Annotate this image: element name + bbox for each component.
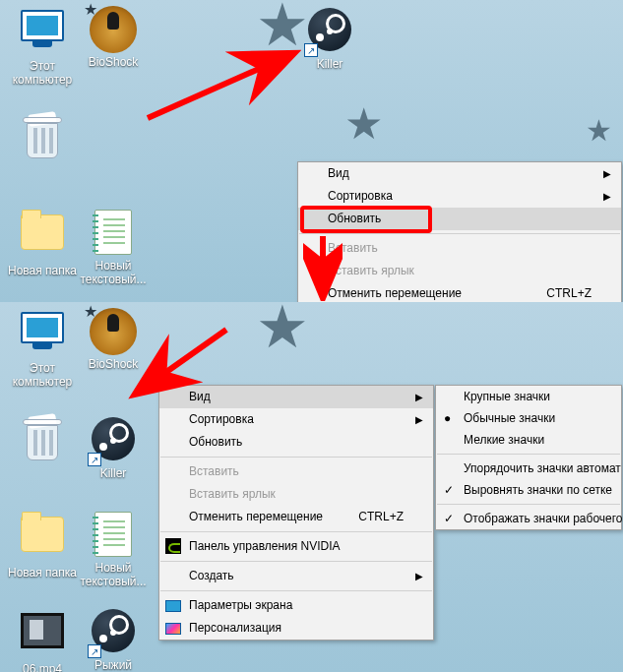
menu-item-paste-shortcut: Вставить ярлык	[298, 260, 621, 282]
menu-item-view[interactable]: Вид▶	[298, 162, 621, 185]
menu-item-new[interactable]: Создать▶	[159, 565, 433, 587]
desktop-icon-bioshock[interactable]: ★ BioShock	[77, 308, 150, 371]
submenu-label: Мелкие значки	[464, 433, 544, 447]
icon-label: Killer	[77, 466, 150, 480]
chevron-right-icon: ▶	[415, 386, 423, 408]
menu-label: Вставить ярлык	[189, 487, 276, 501]
video-file-icon	[19, 613, 66, 660]
desktop-top[interactable]: ★ ★ ★ Этот компьютер ★ BioShock ↗ Killer…	[0, 0, 623, 302]
chevron-right-icon: ▶	[603, 185, 611, 208]
desktop-icon-bioshock[interactable]: ★ BioShock	[77, 6, 150, 69]
submenu-item-small-icons[interactable]: Мелкие значки	[436, 429, 621, 451]
desktop-icon-recycle-bin[interactable]	[6, 113, 79, 164]
menu-separator	[299, 233, 620, 234]
desktop-icon-this-pc[interactable]: Этот компьютер	[6, 308, 79, 389]
menu-shortcut: CTRL+Z	[358, 506, 404, 528]
submenu-view[interactable]: Крупные значки ●Обычные значки Мелкие зн…	[435, 385, 622, 530]
icon-label: Новая папка	[6, 566, 79, 580]
menu-item-nvidia[interactable]: Панель управления NVIDIA	[159, 535, 433, 558]
steam-icon: ↗	[90, 417, 137, 464]
menu-item-sort[interactable]: Сортировка▶	[159, 408, 433, 431]
menu-label: Вставить	[189, 464, 239, 478]
menu-item-paste: Вставить	[298, 237, 621, 260]
menu-item-personalize[interactable]: Персонализация	[159, 617, 433, 640]
personalize-icon	[165, 620, 181, 636]
bioshock-icon: ★	[90, 6, 137, 53]
pc-icon	[19, 10, 66, 57]
chevron-right-icon: ▶	[415, 408, 423, 431]
menu-separator	[437, 504, 620, 505]
icon-label: Этот компьютер	[6, 59, 79, 87]
steam-icon: ↗	[306, 8, 353, 55]
menu-item-refresh[interactable]: Обновить	[159, 431, 433, 454]
menu-separator	[160, 561, 432, 562]
desktop-icon-recycle-bin[interactable]	[6, 415, 79, 466]
menu-item-view[interactable]: Вид▶	[159, 386, 433, 408]
folder-icon	[19, 214, 66, 262]
desktop-icon-video[interactable]: 06.mp4	[6, 607, 79, 672]
pc-icon	[19, 312, 66, 359]
submenu-label: Обычные значки	[464, 411, 555, 425]
menu-item-refresh[interactable]: Обновить	[298, 208, 621, 230]
context-menu[interactable]: Вид▶ Сортировка▶ Обновить Вставить Встав…	[158, 385, 434, 641]
wallpaper-star: ★	[344, 98, 383, 149]
chevron-right-icon: ▶	[415, 565, 423, 587]
icon-label: Рыжий	[77, 658, 150, 672]
svg-line-2	[143, 330, 226, 389]
chevron-right-icon: ▶	[603, 162, 611, 185]
menu-separator	[160, 590, 432, 591]
submenu-item-medium-icons[interactable]: ●Обычные значки	[436, 407, 621, 429]
display-icon	[165, 597, 181, 613]
text-file-icon	[90, 512, 137, 559]
submenu-item-large-icons[interactable]: Крупные значки	[436, 386, 621, 407]
recycle-bin-icon	[19, 115, 66, 162]
check-icon: ✓	[444, 508, 454, 529]
menu-label: Персонализация	[189, 621, 281, 635]
svg-line-0	[148, 57, 285, 118]
desktop-icon-new-folder[interactable]: Новая папка	[6, 511, 79, 580]
icon-label: BioShock	[77, 55, 150, 69]
icon-label: Новый текстовый...	[77, 561, 150, 588]
context-menu[interactable]: Вид▶ Сортировка▶ Обновить Вставить Встав…	[297, 161, 622, 306]
steam-icon: ↗	[90, 609, 137, 656]
submenu-item-show-icons[interactable]: ✓Отображать значки рабочего	[436, 508, 621, 529]
bullet-icon: ●	[444, 407, 451, 429]
desktop-icon-new-folder[interactable]: Новая папка	[6, 209, 79, 277]
recycle-bin-icon	[19, 417, 66, 464]
icon-label: BioShock	[77, 357, 150, 371]
icon-label: Killer	[293, 57, 366, 71]
text-file-icon	[90, 210, 137, 257]
menu-label: Вид	[189, 390, 211, 403]
submenu-label: Выровнять значки по сетке	[464, 483, 612, 497]
submenu-label: Упорядочить значки автомат	[464, 461, 621, 475]
desktop-icon-new-text[interactable]: Новый текстовый...	[77, 511, 150, 588]
wallpaper-star: ★	[586, 113, 612, 148]
submenu-item-auto-arrange[interactable]: Упорядочить значки автомат	[436, 458, 621, 479]
menu-separator	[437, 454, 620, 455]
desktop-icon-killer[interactable]: ↗ Killer	[293, 6, 366, 71]
check-icon: ✓	[444, 479, 454, 501]
menu-item-undo-move[interactable]: Отменить перемещениеCTRL+Z	[159, 506, 433, 528]
desktop-icon-new-text[interactable]: Новый текстовый...	[77, 209, 150, 286]
menu-item-display-settings[interactable]: Параметры экрана	[159, 594, 433, 617]
submenu-item-align-grid[interactable]: ✓Выровнять значки по сетке	[436, 479, 621, 501]
icon-label: Новая папка	[6, 264, 79, 277]
folder-icon	[19, 517, 66, 564]
desktop-icon-killer[interactable]: ↗ Killer	[77, 415, 150, 480]
menu-item-paste: Вставить	[159, 460, 433, 483]
desktop-icon-this-pc[interactable]: Этот компьютер	[6, 6, 79, 87]
menu-label: Вставить	[328, 241, 378, 255]
icon-label: Этот компьютер	[6, 361, 79, 389]
menu-label: Обновить	[189, 435, 242, 449]
desktop-icon-ryzhiy[interactable]: ↗ Рыжий	[77, 607, 150, 672]
menu-separator	[160, 531, 432, 532]
wallpaper-star: ★	[256, 292, 309, 361]
menu-item-sort[interactable]: Сортировка▶	[298, 185, 621, 208]
icon-label: 06.mp4	[6, 662, 79, 672]
submenu-label: Отображать значки рабочего	[464, 512, 623, 525]
menu-label: Панель управления NVIDIA	[189, 539, 341, 553]
menu-separator	[160, 457, 432, 458]
menu-label: Создать	[189, 569, 234, 582]
desktop-bottom[interactable]: ★ ★ Этот компьютер ★ BioShock ↗ Killer Н…	[0, 302, 623, 672]
nvidia-icon	[165, 538, 181, 554]
